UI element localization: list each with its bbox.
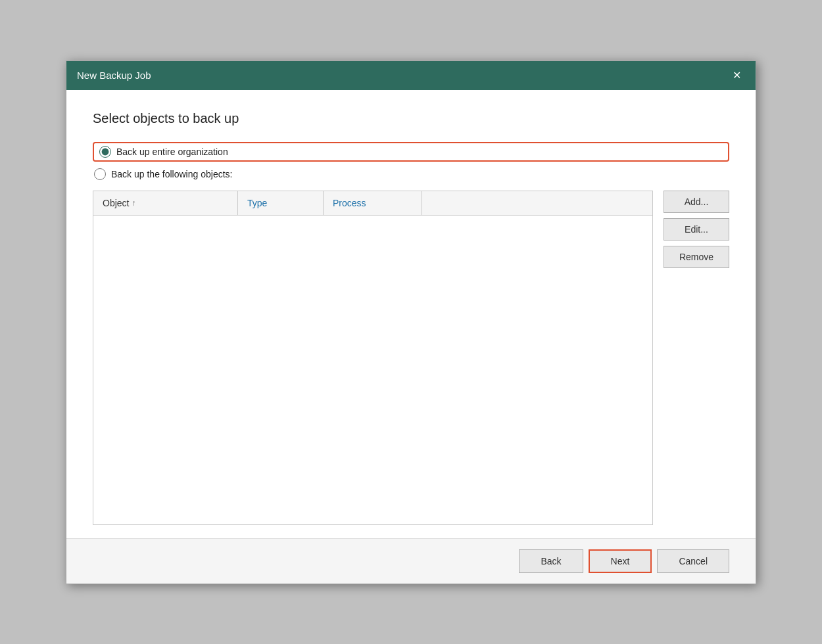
radio-entire-org[interactable] — [99, 146, 111, 158]
table-header: Object ↑ Type Process — [93, 191, 652, 216]
table-body — [93, 216, 652, 524]
radio-option-following-objects[interactable]: Back up the following objects: — [94, 168, 729, 180]
radio-group: Back up entire organization Back up the … — [93, 142, 729, 180]
dialog-window: New Backup Job ✕ Select objects to back … — [66, 60, 756, 584]
col-object-label: Object — [103, 198, 129, 208]
radio-following-objects-label: Back up the following objects: — [111, 169, 232, 179]
col-object-header: Object ↑ — [93, 191, 238, 215]
col-type-label: Type — [247, 198, 267, 208]
remove-button[interactable]: Remove — [664, 246, 729, 268]
section-title: Select objects to back up — [93, 111, 729, 126]
add-button[interactable]: Add... — [664, 191, 729, 213]
radio-entire-org-label: Back up entire organization — [116, 147, 228, 157]
dialog-titlebar: New Backup Job ✕ — [66, 61, 756, 90]
close-button[interactable]: ✕ — [729, 69, 745, 82]
edit-button[interactable]: Edit... — [664, 218, 729, 241]
radio-option-entire-org[interactable]: Back up entire organization — [93, 142, 729, 162]
dialog-title: New Backup Job — [77, 70, 151, 81]
next-button[interactable]: Next — [589, 549, 652, 573]
col-type-header[interactable]: Type — [238, 191, 324, 215]
content-area: Object ↑ Type Process Add... Edit... Rem… — [93, 191, 729, 525]
col-process-label: Process — [333, 198, 366, 208]
radio-following-objects[interactable] — [94, 168, 106, 180]
dialog-footer: Back Next Cancel — [66, 538, 756, 584]
objects-table: Object ↑ Type Process — [93, 191, 653, 525]
side-buttons: Add... Edit... Remove — [664, 191, 729, 525]
sort-arrow-icon: ↑ — [132, 198, 135, 208]
back-button[interactable]: Back — [519, 549, 583, 573]
col-extra-header — [422, 191, 652, 215]
col-process-header[interactable]: Process — [324, 191, 422, 215]
cancel-button[interactable]: Cancel — [657, 549, 729, 573]
dialog-body: Select objects to back up Back up entire… — [66, 90, 756, 538]
